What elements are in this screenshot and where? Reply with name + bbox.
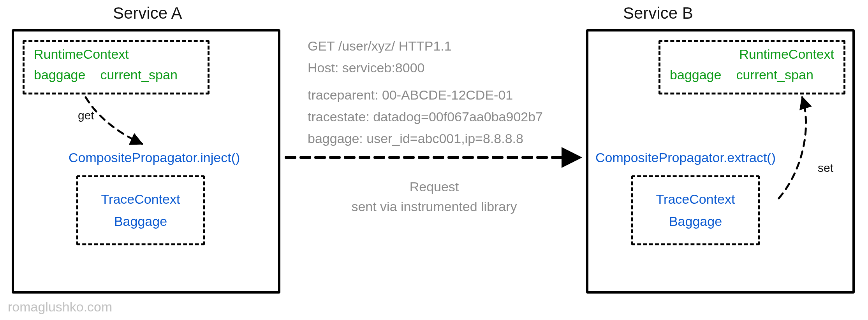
runtime-context-title-b: RuntimeContext — [670, 47, 834, 62]
http-baggage: baggage: user_id=abc001,ip=8.8.8.8 — [308, 128, 561, 149]
service-a-title: Service A — [113, 4, 182, 23]
propagator-members-a: TraceContext Baggage — [76, 175, 205, 245]
arrow-get-label: get — [78, 109, 94, 122]
propagator-members-b: TraceContext Baggage — [631, 175, 760, 245]
runtime-entry-current-span-b: current_span — [736, 67, 813, 82]
runtime-entry-baggage-a: baggage — [34, 67, 85, 82]
propagator-member-baggage-a: Baggage — [114, 214, 167, 229]
request-caption-line2: sent via instrumented library — [308, 197, 561, 217]
composite-propagator-extract: CompositePropagator.extract() — [595, 150, 776, 165]
propagator-member-tracecontext-a: TraceContext — [101, 192, 180, 207]
runtime-context-b: RuntimeContext baggage current_span — [658, 40, 845, 94]
diagram-stage: Service A Service B RuntimeContext bagga… — [0, 0, 868, 320]
request-caption-line1: Request — [308, 177, 561, 197]
runtime-context-a: RuntimeContext baggage current_span — [23, 40, 210, 94]
http-request-block: GET /user/xyz/ HTTP1.1 Host: serviceb:80… — [308, 35, 561, 149]
watermark: romaglushko.com — [8, 299, 112, 315]
service-a-box: RuntimeContext baggage current_span Comp… — [12, 29, 280, 294]
request-caption: Request sent via instrumented library — [308, 177, 561, 217]
runtime-context-title-a: RuntimeContext — [34, 47, 198, 62]
http-traceparent: traceparent: 00-ABCDE-12CDE-01 — [308, 84, 561, 106]
http-tracestate: tracestate: datadog=00f067aa0ba902b7 — [308, 106, 561, 128]
composite-propagator-inject: CompositePropagator.inject() — [69, 150, 240, 165]
service-b-title: Service B — [623, 4, 693, 23]
arrow-set-label: set — [818, 161, 833, 175]
service-b-box: RuntimeContext baggage current_span Comp… — [586, 29, 855, 294]
http-host: Host: serviceb:8000 — [308, 57, 561, 79]
runtime-entry-baggage-b: baggage — [670, 67, 721, 82]
http-request-line: GET /user/xyz/ HTTP1.1 — [308, 35, 561, 57]
propagator-member-baggage-b: Baggage — [669, 214, 722, 229]
runtime-entry-current-span-a: current_span — [100, 67, 177, 82]
propagator-member-tracecontext-b: TraceContext — [656, 192, 735, 207]
